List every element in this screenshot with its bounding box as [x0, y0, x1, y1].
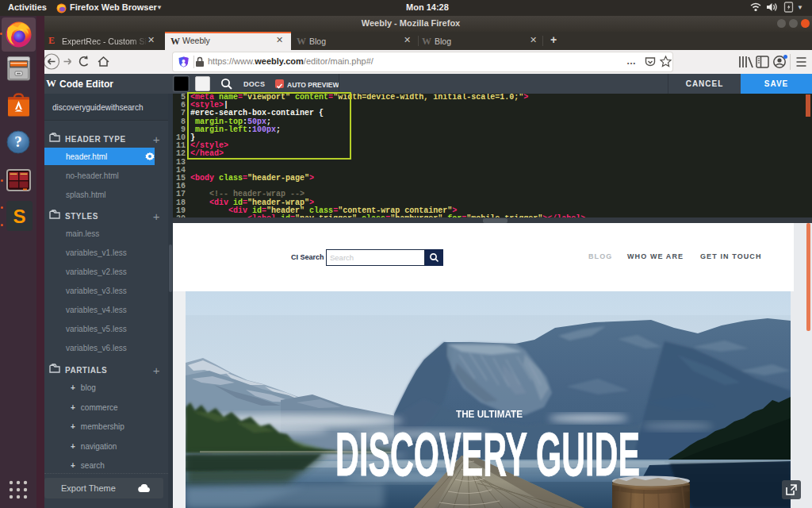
svg-text:THE ULTIMATE: THE ULTIMATE — [456, 408, 523, 420]
svg-text:?: ? — [14, 133, 22, 150]
svg-text:DISCOVERY GUIDE: DISCOVERY GUIDE — [335, 420, 640, 488]
